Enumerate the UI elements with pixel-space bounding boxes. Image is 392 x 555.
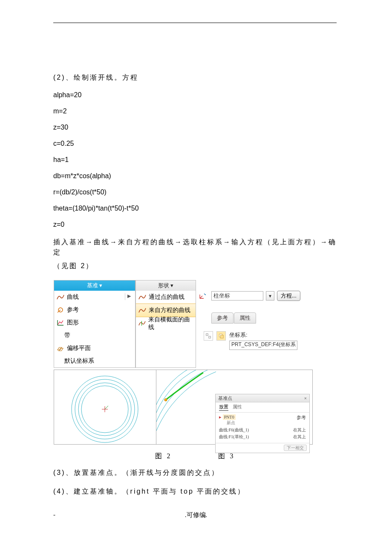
menu-item-curve[interactable]: 曲线 ▶	[54, 291, 135, 304]
page-footer: - .可修编.	[53, 511, 337, 519]
menu-label: 图形	[67, 319, 79, 327]
close-icon[interactable]: ×	[304, 396, 307, 401]
curve-icon	[57, 294, 64, 301]
page: (2)、绘制渐开线。方程 alpha=20 m=2 z=30 c=0.25 ha…	[0, 0, 392, 555]
point-name[interactable]: PNT0	[223, 414, 236, 420]
flyout-from-equation[interactable]: 来自方程的曲线	[136, 304, 196, 317]
menu-item-default-csys[interactable]: 默认坐标系	[54, 355, 135, 367]
csys-field[interactable]: PRT_CSYS_DEF:F4(坐标系	[229, 341, 297, 350]
csys-label: 坐标系:	[229, 331, 297, 339]
equation-line: c=0.25	[53, 140, 337, 147]
curve-icon	[138, 307, 146, 314]
equation-line: r=(db/2)/cos(t*50)	[53, 188, 337, 196]
dialog-title: 基准点	[218, 395, 232, 402]
tab-attributes-2[interactable]: 属性	[233, 404, 242, 411]
equation-line: alpha=20	[53, 91, 337, 99]
svg-rect-2	[209, 336, 210, 338]
flyout-label: 来自横截面的曲线	[148, 316, 193, 331]
datum-menu-header[interactable]: 基准 ▾	[54, 280, 135, 291]
figure-3-sketch: 基准点 × 放置 属性 ▸ PNT0 参考	[156, 370, 313, 445]
equation-line: m=2	[53, 107, 337, 115]
equation-line: ha=1	[53, 156, 337, 164]
coord-type-dropdown[interactable]: ▼	[266, 291, 274, 301]
layout-icon-1[interactable]	[204, 331, 213, 341]
footer-editable: .可修编.	[53, 511, 337, 519]
svg-rect-1	[206, 334, 208, 335]
menu-label: 默认坐标系	[64, 357, 94, 365]
tab-attributes[interactable]: 属性	[234, 312, 256, 324]
datum-point-dialog: 基准点 × 放置 属性 ▸ PNT0 参考	[215, 394, 310, 453]
svg-rect-4	[220, 335, 223, 338]
caption-fig3: 图 3	[218, 452, 235, 461]
content: (2)、绘制渐开线。方程 alpha=20 m=2 z=30 c=0.25 ha…	[53, 72, 337, 505]
copy-icon[interactable]	[216, 331, 226, 341]
offset-plane-icon	[57, 345, 64, 352]
procedure-line-2: （见图 2）	[53, 261, 337, 271]
equation-line: z=0	[53, 221, 337, 228]
procedure-line-1: 插入基准→曲线→来自方程的曲线→选取柱标系→输入方程（见上面方程）→确定	[53, 237, 337, 257]
datum-menu: 基准 ▾ 曲线 ▶ 参考	[54, 280, 135, 368]
reference-icon	[57, 306, 64, 313]
figure-2-menus: 基准 ▾ 曲线 ▶ 参考	[53, 280, 337, 445]
equation-line: theta=(180/pi)*tan(t*50)-t*50	[53, 205, 337, 212]
flyout-label: 通过点的曲线	[149, 293, 184, 301]
ribbon-block: 柱坐标 ▼ 方程... 参考 属性	[199, 280, 318, 368]
ref-row-name: 曲线:F1(草绘_1)	[219, 434, 249, 440]
svg-point-9	[164, 399, 167, 401]
figure-captions: 图 2 图 3	[53, 452, 337, 461]
equation-button[interactable]: 方程...	[277, 291, 300, 301]
ref-header: 参考	[297, 414, 306, 421]
figure-sketch-row: 基准点 × 放置 属性 ▸ PNT0 参考	[54, 370, 336, 445]
ref-row-state: 在其上	[293, 427, 306, 433]
header-rule	[53, 23, 337, 23]
ref-row-state: 在其上	[293, 434, 306, 440]
flyout-from-section[interactable]: 来自横截面的曲线	[136, 317, 196, 330]
ref-row-name: 曲线:F6(曲线_1)	[219, 427, 249, 433]
menu-item-reference[interactable]: 参考	[54, 304, 135, 316]
menu-label: 偏移平面	[67, 344, 91, 352]
menu-item-offset-plane[interactable]: 偏移平面	[54, 342, 135, 355]
menu-item-band[interactable]: 带	[54, 329, 135, 342]
flyout-through-points[interactable]: 通过点的曲线	[136, 291, 196, 304]
tab-placement[interactable]: 放置	[219, 404, 228, 411]
csys-tool-icon[interactable]	[199, 292, 206, 299]
step-4: (4)、建立基准轴。（right 平面与 top 平面的交线）	[53, 486, 337, 497]
new-point[interactable]: 新点	[227, 420, 306, 426]
coord-type-field[interactable]: 柱坐标	[211, 291, 263, 301]
tab-reference[interactable]: 参考	[211, 312, 233, 324]
menu-item-graph[interactable]: 图形	[54, 316, 135, 329]
footer-dash: -	[53, 511, 55, 518]
figure-2-sketch	[54, 370, 156, 445]
equation-line: db=m*z*cos(alpha)	[53, 172, 337, 180]
menu-label: 带	[64, 332, 70, 339]
submenu-arrow-icon: ▶	[125, 293, 133, 300]
section-2-title: (2)、绘制渐开线。方程	[53, 72, 337, 83]
next-intersect-button[interactable]: 下一相交	[284, 445, 307, 451]
flyout-label: 来自方程的曲线	[149, 306, 190, 314]
menu-label: 参考	[67, 306, 79, 314]
shape-header[interactable]: 形状 ▾	[136, 280, 196, 291]
curve-icon	[138, 294, 146, 301]
menu-label: 曲线	[67, 293, 79, 301]
equation-line: z=30	[53, 124, 337, 131]
step-3: (3)、放置基准点。（渐开线与分度圆的交点）	[53, 468, 337, 478]
caption-fig2: 图 2	[155, 452, 172, 461]
curve-section-icon	[138, 320, 146, 327]
graph-icon	[57, 319, 64, 326]
curve-flyout: 形状 ▾ 通过点的曲线 来自方程的曲线	[135, 280, 196, 368]
